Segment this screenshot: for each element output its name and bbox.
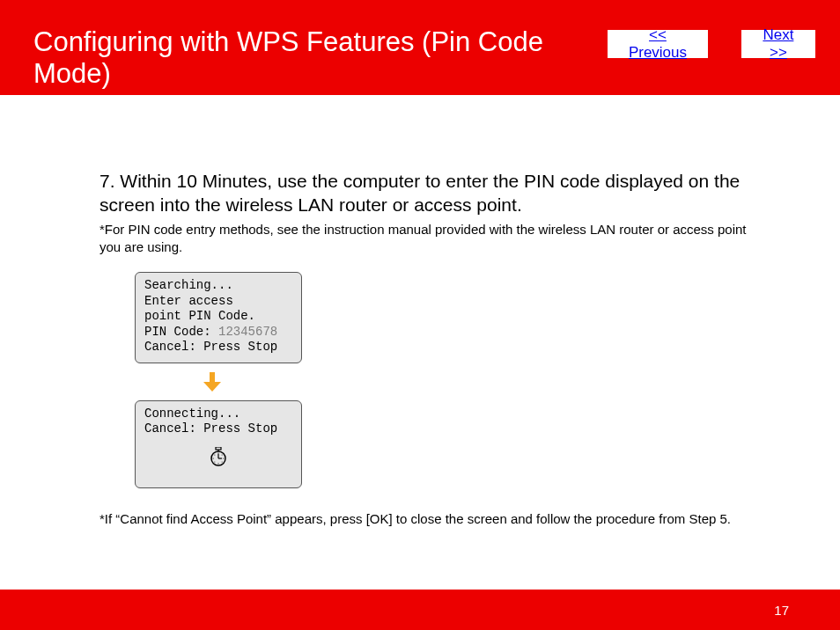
svg-point-9	[217, 463, 218, 464]
svg-point-11	[222, 454, 223, 455]
note-pin-entry: *For PIN code entry methods, see the ins…	[99, 221, 770, 257]
footer-bar: 17	[0, 590, 840, 630]
svg-point-12	[222, 461, 223, 462]
lcd-line: point PIN Code.	[144, 309, 292, 325]
next-button[interactable]: Next >>	[741, 30, 815, 58]
svg-point-10	[213, 458, 214, 458]
nav-buttons: << Previous Next >>	[608, 18, 815, 58]
lcd-screen-searching: Searching... Enter access point PIN Code…	[135, 272, 302, 363]
svg-marker-1	[203, 382, 221, 392]
svg-point-13	[214, 461, 215, 462]
note-cannot-find: *If “Cannot find Access Point” appears, …	[99, 511, 770, 526]
lcd-line: Connecting...	[144, 407, 292, 422]
header-bar: Configuring with WPS Features (Pin Code …	[0, 0, 840, 95]
lcd-line: Enter access	[144, 294, 292, 310]
lcd-line: PIN Code: 12345678	[144, 325, 292, 341]
step-instruction: 7. Within 10 Minutes, use the computer t…	[99, 169, 770, 217]
down-arrow-icon	[203, 372, 770, 392]
svg-rect-0	[210, 372, 215, 382]
previous-button[interactable]: << Previous	[608, 30, 708, 58]
svg-point-8	[223, 458, 224, 458]
pin-code-value: 12345678	[218, 325, 277, 339]
lcd-line: Cancel: Press Stop	[144, 421, 292, 437]
stopwatch-icon	[210, 447, 227, 472]
content-area: 7. Within 10 Minutes, use the computer t…	[0, 95, 840, 590]
svg-point-7	[217, 452, 218, 453]
lcd-screen-connecting: Connecting... Cancel: Press Stop	[135, 400, 302, 488]
svg-rect-2	[216, 447, 221, 450]
page-number: 17	[774, 603, 789, 618]
lcd-line: Cancel: Press Stop	[144, 340, 292, 355]
page-title: Configuring with WPS Features (Pin Code …	[33, 18, 608, 90]
lcd-line: Searching...	[144, 278, 292, 294]
svg-point-14	[214, 454, 215, 455]
